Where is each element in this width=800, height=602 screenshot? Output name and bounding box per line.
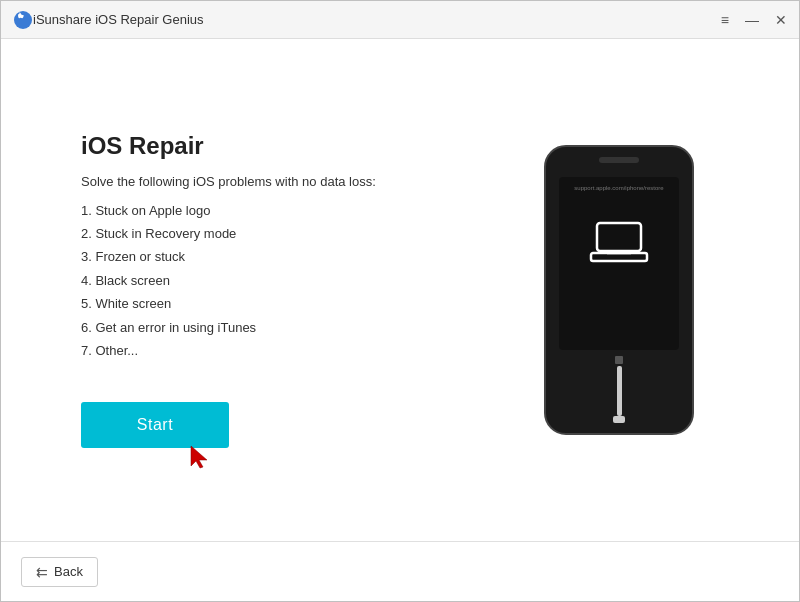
content-area: iOS Repair Solve the following iOS probl… xyxy=(1,39,799,541)
cursor-indicator xyxy=(189,444,211,470)
right-panel: support.apple.com/iphone/restore xyxy=(519,145,719,435)
list-item: 7. Other... xyxy=(81,339,479,362)
list-item: 4. Black screen xyxy=(81,269,479,292)
footer: ⇇ Back xyxy=(1,541,799,601)
back-label: Back xyxy=(54,564,83,579)
list-item: 5. White screen xyxy=(81,292,479,315)
page-title: iOS Repair xyxy=(81,132,479,160)
list-item: 1. Stuck on Apple logo xyxy=(81,199,479,222)
app-icon xyxy=(13,10,33,30)
back-button[interactable]: ⇇ Back xyxy=(21,557,98,587)
titlebar: iSunshare iOS Repair Genius ≡ — ✕ xyxy=(1,1,799,39)
back-arrow-icon: ⇇ xyxy=(36,564,48,580)
app-window: iSunshare iOS Repair Genius ≡ — ✕ iOS Re… xyxy=(0,0,800,602)
svg-marker-1 xyxy=(191,446,207,468)
window-controls: ≡ — ✕ xyxy=(721,13,787,27)
problem-list: 1. Stuck on Apple logo 2. Stuck in Recov… xyxy=(81,199,479,363)
minimize-button[interactable]: — xyxy=(745,13,759,27)
iphone-screen: support.apple.com/iphone/restore xyxy=(559,177,679,350)
list-item: 6. Get an error in using iTunes xyxy=(81,316,479,339)
list-item: 3. Frozen or stuck xyxy=(81,245,479,268)
subtitle-text: Solve the following iOS problems with no… xyxy=(81,174,479,189)
list-item: 2. Stuck in Recovery mode xyxy=(81,222,479,245)
start-button[interactable]: Start xyxy=(81,402,229,448)
svg-point-0 xyxy=(14,11,32,29)
laptop-icon xyxy=(589,221,649,265)
iphone-illustration: support.apple.com/iphone/restore xyxy=(544,145,694,435)
cable xyxy=(613,356,625,423)
window-title: iSunshare iOS Repair Genius xyxy=(33,12,721,27)
menu-button[interactable]: ≡ xyxy=(721,13,729,27)
close-button[interactable]: ✕ xyxy=(775,13,787,27)
iphone-url: support.apple.com/iphone/restore xyxy=(574,185,663,191)
left-panel: iOS Repair Solve the following iOS probl… xyxy=(81,132,479,449)
svg-rect-2 xyxy=(597,223,641,251)
main-content: iOS Repair Solve the following iOS probl… xyxy=(1,39,799,541)
